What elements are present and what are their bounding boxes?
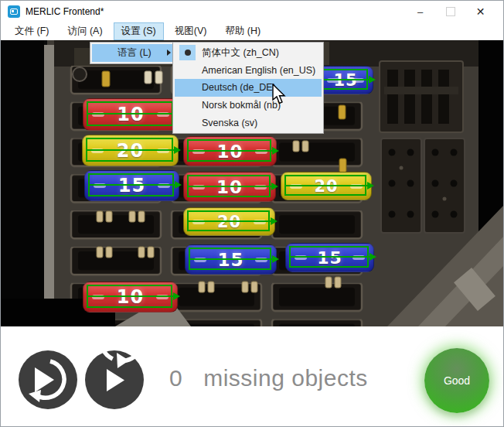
app-icon-dot (12, 10, 14, 12)
radio-bullet-icon (185, 50, 191, 56)
title-bar: MERLIC Frontend* – ✕ (1, 1, 503, 22)
run-continuous-button[interactable] (85, 350, 144, 409)
missing-count: 0 (169, 365, 182, 391)
merlic-app-icon (8, 5, 20, 18)
detection-midline (190, 258, 274, 260)
detection-arrow-icon (173, 292, 180, 300)
menu-item-zh-cn-label: 简体中文 (zh_CN) (202, 46, 279, 60)
menu-bar: 文件 (F) 访问 (A) 设置 (S) 视图(V) 帮助 (H) (1, 22, 503, 40)
menu-item-nb-label: Norsk bokmål (nb) (202, 100, 281, 111)
maximize-icon (446, 7, 455, 16)
detection-arrow-icon (271, 183, 278, 190)
detection-arrow-icon (369, 76, 376, 84)
detection-midline (189, 186, 273, 187)
menu-item-nb[interactable]: Norsk bokmål (nb) (175, 97, 322, 114)
menu-view[interactable]: 视图(V) (167, 22, 215, 40)
minimize-button[interactable]: – (405, 1, 435, 22)
detection-midline (88, 295, 175, 297)
detection-midline (90, 184, 176, 186)
maximize-button[interactable] (435, 1, 465, 22)
detection-arrow-icon (272, 255, 279, 263)
detection-arrow-icon (369, 253, 376, 261)
detection-midline (88, 113, 175, 114)
good-label: Good (444, 374, 470, 387)
minimize-icon: – (417, 6, 423, 18)
detection-arrow-icon (272, 147, 279, 155)
menu-settings[interactable]: 设置 (S) (114, 22, 164, 40)
menu-item-en-us[interactable]: American English (en_US) (175, 62, 322, 80)
run-once-icon (19, 350, 77, 409)
detection-midline (291, 256, 371, 258)
good-indicator-button[interactable]: Good (424, 348, 489, 413)
detection-midline (286, 185, 369, 186)
close-button[interactable]: ✕ (465, 1, 495, 22)
menu-item-en-us-label: American English (en_US) (202, 65, 315, 76)
settings-menu-panel: 语言 (L) (90, 42, 179, 64)
status-bar: 0 missing objects Good (1, 326, 503, 426)
run-once-button[interactable] (19, 350, 77, 409)
detection-midline (189, 220, 272, 222)
submenu-arrow-icon (167, 50, 171, 56)
detection-midline (189, 150, 274, 152)
language-submenu-panel: 简体中文 (zh_CN) American English (en_US) De… (172, 42, 324, 134)
menu-access[interactable]: 访问 (A) (60, 22, 110, 40)
cursor-pointer-icon (271, 84, 288, 107)
menu-item-language[interactable]: 语言 (L) (92, 44, 176, 62)
window-controls: – ✕ (405, 1, 495, 22)
menu-item-zh-cn[interactable]: 简体中文 (zh_CN) (175, 44, 322, 62)
detection-midline (87, 149, 175, 151)
missing-label: missing objects (203, 365, 368, 391)
missing-objects-status: 0 missing objects (169, 365, 368, 391)
detection-arrow-icon (367, 182, 374, 190)
menu-file[interactable]: 文件 (F) (7, 22, 56, 40)
run-continuous-icon (85, 350, 144, 409)
window-title: MERLIC Frontend* (26, 6, 104, 17)
detection-midline (323, 79, 370, 80)
detection-arrow-icon (271, 217, 278, 225)
menu-item-sv[interactable]: Svenska (sv) (175, 114, 322, 132)
merlic-frontend-window: MERLIC Frontend* – ✕ 文件 (F) 访问 (A) 设置 (S… (0, 0, 504, 427)
selected-radio-box (179, 45, 196, 60)
close-icon: ✕ (476, 5, 485, 18)
detection-arrow-icon (174, 146, 181, 154)
detection-arrow-icon (175, 181, 182, 189)
menu-help[interactable]: 帮助 (H) (217, 22, 268, 40)
menu-item-language-label: 语言 (L) (117, 46, 152, 60)
menu-item-de-de-label: Deutsch (de_DE) (202, 82, 276, 93)
menu-item-sv-label: Svenska (sv) (202, 118, 257, 128)
menu-item-de-de[interactable]: Deutsch (de_DE) (175, 79, 322, 97)
